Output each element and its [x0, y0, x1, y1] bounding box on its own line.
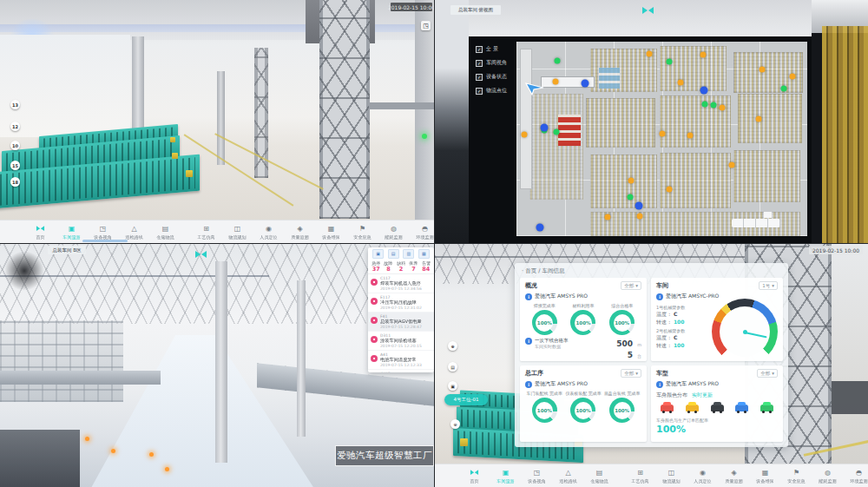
legend-item-2[interactable]: ✓设备状态	[476, 73, 507, 81]
factory-floor-map[interactable]	[516, 42, 807, 236]
map-marker-green[interactable]	[627, 194, 633, 200]
map-marker-green[interactable]	[780, 85, 786, 91]
map-marker-orange[interactable]	[604, 214, 610, 220]
equipment-marker-badge[interactable]: 18	[10, 177, 20, 187]
alarm-list-item[interactable]: C117焊装车间机器人急停2019-07-15 12:34:56	[368, 274, 434, 293]
alarm-tab-3[interactable]: 保养7	[407, 260, 419, 273]
map-marker-blue[interactable]	[541, 124, 549, 132]
checkbox-icon[interactable]: ✓	[476, 46, 483, 53]
toolbar-item-right-0[interactable]: ⊞工艺仿真	[194, 225, 219, 240]
map-marker-orange[interactable]	[659, 130, 665, 136]
toolbar-scrollbar[interactable]	[82, 240, 128, 242]
equipment-marker-badge[interactable]: ⊕	[448, 341, 457, 351]
toolbar-item-left-3[interactable]: △巡检路线	[122, 225, 147, 240]
toolbar-item-right-6[interactable]: ◍能耗监测	[815, 469, 840, 484]
map-marker-orange[interactable]	[789, 74, 795, 80]
toolbar-item-right-5[interactable]: ⚑安全应急	[784, 469, 809, 484]
equipment-marker-badge[interactable]: 13	[10, 100, 20, 109]
map-zoom-control[interactable]	[732, 219, 780, 227]
toolbar-item-label: 安全应急	[352, 234, 373, 239]
equipment-marker-badge[interactable]: 15	[10, 161, 20, 170]
toolbar-item-right-6[interactable]: ◍能耗监测	[381, 225, 406, 240]
map-marker-blue[interactable]	[582, 79, 589, 87]
checkbox-icon[interactable]: ✓	[476, 88, 483, 95]
toolbar-item-right-2[interactable]: ◉人员定位	[690, 469, 715, 484]
map-marker-blue[interactable]	[536, 223, 544, 231]
alarm-list-item[interactable]: D311涂装车间喷枪堵塞2019-07-15 12:20:15	[368, 332, 434, 351]
toolbar-item-left-2[interactable]: ◳设备视角	[524, 469, 549, 484]
map-marker-green[interactable]	[711, 102, 717, 109]
map-marker-orange[interactable]	[760, 67, 766, 73]
map-marker-orange[interactable]	[522, 132, 528, 138]
toolbar-item-left-0[interactable]: 首页	[28, 225, 53, 240]
toolbar-item-right-4[interactable]: ▦设备维保	[319, 225, 344, 240]
alarm-list-item[interactable]: E117冲压车间压机故障2019-07-15 12:31:02	[368, 293, 434, 313]
alarm-list-item[interactable]: A41电池车间温度异常2019-07-15 12:12:33	[368, 351, 434, 370]
filter-dropdown[interactable]: 1号 ▾	[759, 281, 778, 290]
legend-item-1[interactable]: ✓车间视角	[476, 59, 507, 67]
map-zoom-button[interactable]	[764, 212, 772, 218]
map-marker-orange[interactable]	[687, 132, 693, 138]
toolbar-item-right-5[interactable]: ⚑安全应急	[350, 225, 375, 240]
map-marker-green[interactable]	[554, 57, 560, 63]
map-marker-green[interactable]	[666, 59, 672, 65]
map-marker-orange[interactable]	[637, 213, 643, 219]
toolbar-item-left-1[interactable]: ▣车间漫游	[59, 225, 84, 240]
map-marker-orange[interactable]	[552, 78, 558, 84]
toolbar-item-right-7[interactable]: ◓环境监测	[846, 469, 868, 484]
map-marker-green[interactable]	[702, 101, 708, 107]
map-marker-orange[interactable]	[728, 162, 734, 168]
map-marker-blue[interactable]	[700, 87, 708, 95]
donut-gauge: 仪表板装配 完成率100%	[564, 391, 602, 423]
map-marker-blue[interactable]	[635, 202, 643, 210]
legend-item-0[interactable]: ✓全 景	[476, 45, 507, 53]
panel-tool-icon-2[interactable]: ▥	[403, 249, 414, 259]
toolbar-item-right-1[interactable]: ◫物流规划	[225, 225, 250, 240]
filter-dropdown[interactable]: 全部 ▾	[621, 369, 641, 378]
toolbar-item-left-1[interactable]: ▣车间漫游	[493, 469, 518, 484]
alarm-tab-2[interactable]: 缺料2	[395, 260, 407, 273]
alarm-tab-0[interactable]: 急停37	[370, 260, 382, 273]
legend-item-3[interactable]: ✓物流点位	[476, 87, 507, 95]
toolbar-item-left-3[interactable]: △巡检路线	[556, 469, 581, 484]
toolbar-glyph-icon: △	[556, 469, 581, 477]
fullscreen-button[interactable]: ◳	[421, 21, 431, 30]
toolbar-item-right-1[interactable]: ◫物流规划	[659, 469, 684, 484]
filter-dropdown[interactable]: 全部 ▾	[757, 369, 778, 378]
panel-tool-icon-0[interactable]: ▣	[372, 249, 384, 259]
toolbar-item-right-2[interactable]: ◉人员定位	[256, 225, 281, 240]
map-marker-orange[interactable]	[700, 52, 707, 58]
map-marker-green[interactable]	[553, 128, 559, 135]
toolbar-item-right-3[interactable]: ◈质量追溯	[287, 225, 312, 240]
map-marker-orange[interactable]	[666, 187, 672, 193]
equipment-marker-badge[interactable]: ⊙	[450, 419, 460, 429]
map-marker-orange[interactable]	[756, 115, 762, 122]
toolbar-item-right-3[interactable]: ◈质量追溯	[721, 469, 746, 484]
toolbar-item-right-7[interactable]: ◓环境监测	[412, 225, 434, 240]
map-marker-orange[interactable]	[647, 51, 653, 57]
equipment-marker-badge[interactable]: 12	[10, 122, 20, 131]
breadcrumb[interactable]: · 首页 / 车间信息	[522, 267, 564, 275]
toolbar-item-left-4[interactable]: ▤仓储物流	[587, 469, 612, 484]
panel-tool-icon-3[interactable]: ▦	[418, 249, 430, 259]
checkbox-icon[interactable]: ✓	[476, 74, 483, 81]
map-marker-orange[interactable]	[719, 104, 725, 110]
toolbar-item-left-2[interactable]: ◳设备视角	[90, 225, 115, 240]
alarm-list-item[interactable]: F41总装车间AGV低电量2019-07-15 12:28:47	[368, 313, 434, 332]
alarm-tab-1[interactable]: 故障8	[382, 260, 394, 273]
checkbox-icon[interactable]: ✓	[476, 60, 483, 67]
map-marker-orange[interactable]	[677, 80, 683, 86]
toolbar-item-right-4[interactable]: ▦设备维保	[753, 469, 778, 484]
toolbar-item-left-4[interactable]: ▤仓储物流	[153, 225, 178, 240]
toolbar-item-left-0[interactable]: 首页	[462, 469, 487, 484]
equipment-marker-badge[interactable]: ▣	[448, 381, 457, 391]
equipment-marker-badge[interactable]: ▤	[448, 362, 457, 372]
selected-machine-tag[interactable]: 4号工位-01	[444, 394, 488, 405]
alarm-tab-4[interactable]: 告警84	[420, 260, 432, 273]
filter-dropdown[interactable]: 全部 ▾	[621, 281, 641, 290]
alarm-list-item[interactable]: C417焊装车间焊枪保养到期2019-07-15 11:58:21	[368, 370, 434, 372]
equipment-marker-badge[interactable]: 10	[10, 141, 20, 150]
toolbar-item-right-0[interactable]: ⊞工艺仿真	[628, 469, 653, 484]
panel-tool-icon-1[interactable]: ▤	[388, 249, 399, 259]
map-marker-orange[interactable]	[628, 177, 634, 183]
